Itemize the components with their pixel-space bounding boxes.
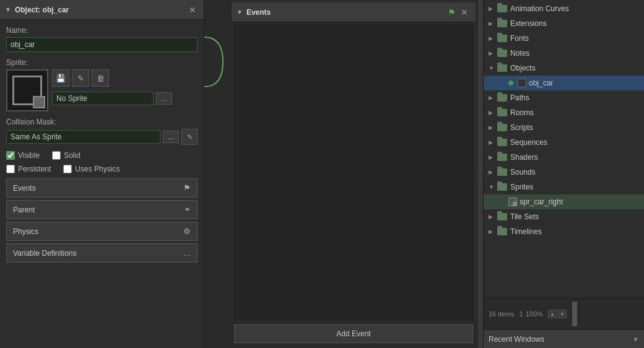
- tree-folder-icon-shaders: [497, 154, 507, 161]
- sprite-btn-row: 💾 ✎ 🗑: [52, 69, 172, 87]
- tree-status-bar: 16 items 1 100% ▲ ▼: [484, 298, 644, 329]
- tree-item-shaders[interactable]: ▶Shaders: [484, 150, 644, 165]
- object-panel-title: Object: obj_car: [15, 6, 69, 14]
- object-panel-header: ▼ Object: obj_car ✕: [0, 0, 204, 20]
- tree-arrow-fonts: ▶: [489, 35, 497, 41]
- tree-item-count: 16 items: [489, 310, 515, 318]
- sprite-name-input[interactable]: [52, 92, 154, 105]
- tree-label-sequences: Sequences: [510, 138, 547, 147]
- sprite-dots-button[interactable]: …: [156, 92, 172, 105]
- tree-item-fonts[interactable]: ▶Fonts: [484, 31, 644, 46]
- persistent-checkbox[interactable]: [6, 165, 15, 173]
- tree-item-sounds[interactable]: ▶Sounds: [484, 165, 644, 180]
- tree-scrollbar[interactable]: [572, 301, 578, 327]
- events-button-label: Events: [13, 184, 36, 193]
- uses-physics-checkbox[interactable]: [63, 165, 72, 173]
- tree-item-scripts[interactable]: ▶Scripts: [484, 120, 644, 135]
- tree-label-sounds: Sounds: [510, 168, 536, 176]
- tree-label-tile_sets: Tile Sets: [510, 212, 539, 221]
- tree-label-animation_curves: Animation Curves: [510, 4, 569, 13]
- panel-collapse-icon: ▼: [5, 6, 11, 13]
- events-panel-title: Events: [246, 8, 271, 17]
- physics-button[interactable]: Physics ⚙: [6, 222, 198, 241]
- tree-label-scripts: Scripts: [510, 123, 533, 132]
- mask-section: Collision Mask: … ✎: [6, 118, 198, 145]
- tree-folder-icon-sounds: [497, 168, 507, 176]
- visible-checkbox[interactable]: [6, 151, 15, 160]
- tree-item-sprites[interactable]: ▼Sprites: [484, 180, 644, 194]
- tree-label-extensions: Extensions: [510, 19, 547, 28]
- sprite-section: 💾 ✎ 🗑 …: [6, 69, 198, 111]
- sprite-clear-button[interactable]: 🗑: [92, 69, 109, 87]
- tree-label-fonts: Fonts: [510, 34, 529, 43]
- mask-dots-button[interactable]: …: [163, 131, 179, 143]
- resizer-handle[interactable]: ⋮⋮: [478, 0, 483, 348]
- middle-inner: ▼ Events ⚑ ✕ Add Event: [204, 0, 478, 348]
- object-panel-close-button[interactable]: ✕: [186, 4, 199, 15]
- tree-label-spr_car_right: spr_car_right: [520, 198, 563, 206]
- tree-arrow-objects: ▼: [489, 65, 497, 71]
- variable-definitions-button[interactable]: Variable Definitions …: [6, 243, 198, 263]
- tree-item-tile_sets[interactable]: ▶Tile Sets: [484, 209, 644, 224]
- events-body: [234, 25, 473, 320]
- tree-item-spr_car_right[interactable]: spr_car_right: [484, 194, 644, 209]
- tree-label-shaders: Shaders: [510, 153, 538, 162]
- tree-folder-icon-sequences: [497, 139, 507, 146]
- uses-physics-label: Uses Physics: [75, 165, 120, 173]
- recent-windows-bar[interactable]: Recent Windows ▼: [484, 329, 644, 348]
- tree-arrow-sequences: ▶: [489, 139, 497, 146]
- tree-folder-icon-tile_sets: [497, 213, 507, 220]
- scroll-down-button[interactable]: ▼: [558, 310, 567, 318]
- tree-item-objects[interactable]: ▼Objects: [484, 61, 644, 76]
- uses-physics-checkbox-item[interactable]: Uses Physics: [63, 165, 120, 173]
- add-event-button[interactable]: Add Event: [234, 324, 473, 343]
- tree-item-paths[interactable]: ▶Paths: [484, 90, 644, 105]
- add-event-bar: Add Event: [232, 322, 476, 346]
- name-input[interactable]: [6, 37, 198, 52]
- sprite-save-button[interactable]: 💾: [52, 69, 69, 87]
- tree-item-obj_car[interactable]: obj_car: [484, 76, 644, 90]
- tree-item-sequences[interactable]: ▶Sequences: [484, 135, 644, 150]
- tree-folder-icon-scripts: [497, 124, 507, 131]
- persistent-checkbox-item[interactable]: Persistent: [6, 165, 51, 173]
- tree-folder-icon-animation_curves: [497, 5, 507, 12]
- scroll-up-button[interactable]: ▲: [548, 310, 557, 318]
- recent-windows-label: Recent Windows: [489, 335, 544, 344]
- tree-label-objects: Objects: [510, 64, 536, 72]
- solid-checkbox-item[interactable]: Solid: [52, 151, 80, 160]
- events-panel-header: ▼ Events ⚑ ✕: [232, 2, 476, 22]
- collision-mask-input[interactable]: [6, 130, 160, 144]
- tree-item-extensions[interactable]: ▶Extensions: [484, 16, 644, 31]
- tree-folder-icon-timelines: [497, 228, 507, 235]
- zoom-percent: 100%: [526, 310, 543, 318]
- tree-label-obj_car: obj_car: [529, 79, 553, 87]
- solid-checkbox[interactable]: [52, 151, 61, 160]
- events-panel-close-button[interactable]: ✕: [458, 7, 471, 18]
- tree-item-notes[interactable]: ▶Notes: [484, 46, 644, 61]
- tree-arrow-paths: ▶: [489, 95, 497, 101]
- tree-item-animation_curves[interactable]: ▶Animation Curves: [484, 1, 644, 16]
- tree-label-rooms: Rooms: [510, 108, 534, 117]
- physics-button-icon: ⚙: [183, 227, 191, 236]
- tree-label-sprites: Sprites: [510, 183, 533, 191]
- events-button[interactable]: Events ⚑: [6, 178, 198, 198]
- visible-checkbox-item[interactable]: Visible: [6, 151, 40, 160]
- object-panel-header-left: ▼ Object: obj_car: [5, 6, 69, 14]
- mask-edit-button[interactable]: ✎: [181, 129, 198, 145]
- tree-item-rooms[interactable]: ▶Rooms: [484, 105, 644, 120]
- tree-arrow-extensions: ▶: [489, 20, 497, 27]
- parent-button[interactable]: Parent ⚭: [6, 200, 198, 219]
- tree-arrow-sounds: ▶: [489, 169, 497, 175]
- checkboxes-row-2: Persistent Uses Physics: [6, 165, 198, 173]
- sprite-edit-button[interactable]: ✎: [72, 69, 89, 87]
- object-panel-body: Name: Sprite: 💾 ✎ 🗑 …: [0, 20, 204, 348]
- connector-area: [204, 0, 229, 124]
- tree-item-timelines[interactable]: ▶Timelines: [484, 224, 644, 239]
- solid-label: Solid: [64, 151, 80, 160]
- persistent-label: Persistent: [18, 165, 51, 173]
- variable-definitions-button-label: Variable Definitions: [13, 249, 77, 258]
- object-panel-controls: ✕: [186, 4, 199, 15]
- sprite-buttons: 💾 ✎ 🗑 …: [52, 69, 172, 105]
- sprite-preview[interactable]: [6, 69, 48, 111]
- tree-arrow-rooms: ▶: [489, 110, 497, 116]
